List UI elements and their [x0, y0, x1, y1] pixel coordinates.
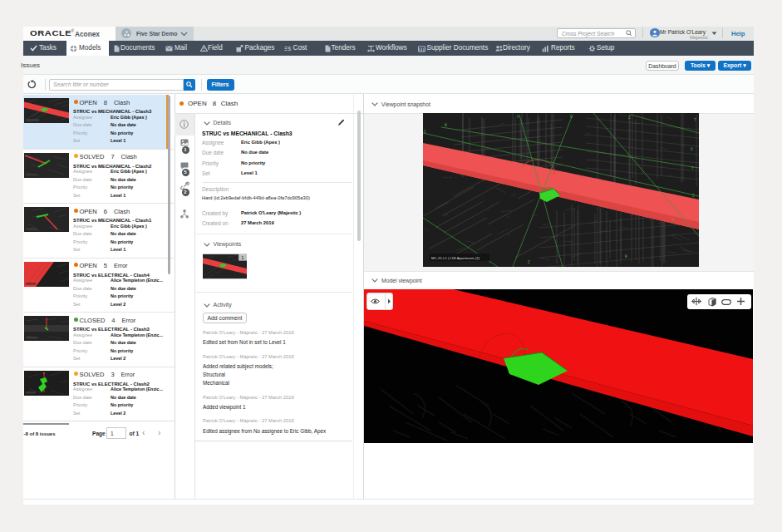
- svg-text:T: T: [694, 118, 696, 122]
- svg-text:C: C: [692, 194, 695, 198]
- svg-text:U: U: [691, 147, 693, 151]
- svg-text:Y: Y: [691, 166, 694, 170]
- svg-text:Z: Z: [528, 260, 530, 264]
- svg-text:Z: Z: [628, 116, 631, 120]
- svg-text:V: V: [672, 218, 675, 222]
- svg-text:W: W: [445, 123, 447, 127]
- svg-text:1: 1: [241, 255, 243, 260]
- svg-text:U: U: [570, 115, 573, 119]
- svg-text:MC-Z1-L1 | L1E Apartments [1]: MC-Z1-L1 | L1E Apartments [1]: [431, 256, 480, 260]
- svg-text:V: V: [517, 115, 519, 119]
- svg-text:W: W: [625, 254, 627, 259]
- svg-text:C: C: [424, 130, 426, 134]
